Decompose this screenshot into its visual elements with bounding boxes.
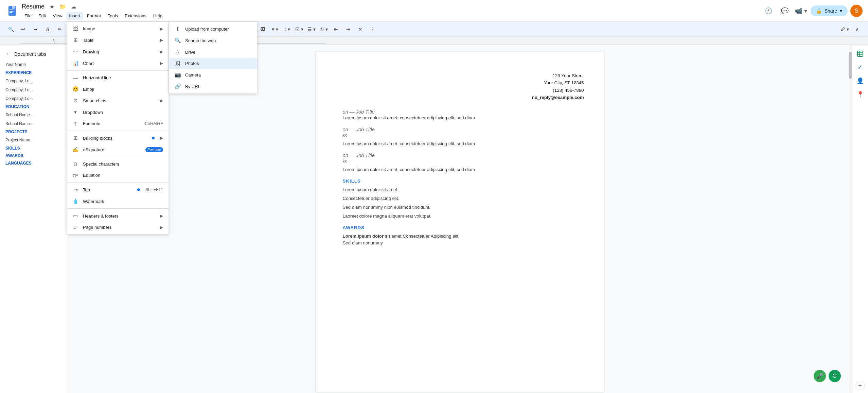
insert-building-blocks-item[interactable]: ⊞ Building blocks ▶ (67, 132, 169, 144)
insert-special-chars-item[interactable]: Ω Special characters (67, 158, 169, 170)
sidebar-item-school1[interactable]: School Name... (0, 110, 68, 119)
menu-sep-3 (67, 157, 169, 157)
clear-format-btn[interactable]: ✕ (355, 24, 366, 35)
comment-button[interactable]: 💬 (778, 4, 792, 18)
insert-equation-item[interactable]: π² Equation (67, 170, 169, 181)
sidebar-section-awards[interactable]: AWARDS (0, 152, 68, 159)
skill-1: Lorem ipsum dolor sit amet. (343, 186, 584, 193)
meet-button[interactable]: 📹 ▾ (794, 4, 808, 18)
indent-less-btn[interactable]: ⇤ (331, 24, 341, 35)
menu-tools[interactable]: Tools (105, 12, 121, 20)
table-menu-icon: ⊞ (72, 37, 79, 43)
hline-menu-label: Horizontal line (83, 75, 163, 80)
maps-panel-btn[interactable]: 📍 (854, 88, 866, 101)
sheets-panel-btn[interactable] (854, 48, 866, 60)
pen-btn[interactable]: 🖊 ▾ (839, 24, 850, 35)
scrollbar[interactable] (849, 45, 852, 393)
numbered-list-btn[interactable]: ① ▾ (318, 24, 329, 35)
insert-emoji-item[interactable]: 😊 Emoji (67, 83, 169, 95)
doc-area[interactable]: 123 Your Street Your City, ST 12345 (123… (68, 45, 852, 393)
insert-tab-item[interactable]: ⇥ Tab Shift+F11 (67, 184, 169, 195)
address-line4: no_reply@example.com (343, 94, 584, 101)
sidebar-section-projects[interactable]: PROJECTS (0, 128, 68, 136)
insert-watermark-item[interactable]: 💧 Watermark (67, 195, 169, 207)
insert-smartchips-item[interactable]: ⊙ Smart chips ▶ (67, 95, 169, 106)
sidebar-section-experience[interactable]: EXPERIENCE (0, 69, 68, 76)
sidebar-item-company2[interactable]: Company, Lo... (0, 85, 68, 94)
drive-button[interactable]: 📁 (58, 2, 68, 11)
job-title-2: on — Job Title (343, 127, 584, 132)
floating-btn-2[interactable]: G (829, 370, 841, 382)
redo-btn[interactable]: ↪ (30, 24, 41, 35)
menu-view[interactable]: View (50, 12, 65, 20)
menu-extensions[interactable]: Extensions (122, 12, 149, 20)
insert-dropdown-item[interactable]: ▾ Dropdown (67, 106, 169, 118)
doc-title[interactable]: Resume (22, 3, 45, 10)
line-spacing-btn[interactable]: ↕ ▾ (282, 24, 293, 35)
insert-hline-item[interactable]: — Horizontal line (67, 72, 169, 83)
sidebar-item-company3[interactable]: Company, Lo... (0, 94, 68, 103)
sidebar-section-languages[interactable]: LANGUAGES (0, 159, 68, 167)
menu-file[interactable]: File (22, 12, 34, 20)
insert-image-item[interactable]: 🖼 Image ▶ (67, 23, 169, 34)
smartchips-menu-icon: ⊙ (72, 98, 79, 104)
undo-btn[interactable]: ↩ (18, 24, 29, 35)
search-toolbar-btn[interactable]: 🔍 (5, 24, 16, 35)
floating-btn-1[interactable]: 🎤 (814, 370, 826, 382)
collapse-btn[interactable]: ∧ (852, 24, 863, 35)
image-menu-arrow: ▶ (160, 27, 163, 31)
contacts-panel-btn[interactable]: 👤 (854, 75, 866, 87)
menu-format[interactable]: Format (84, 12, 104, 20)
align-btn[interactable]: ≡ ▾ (269, 24, 280, 35)
photos-label: Photos (185, 61, 199, 66)
camera-item[interactable]: 📷 Camera (169, 69, 257, 81)
sidebar-section-education[interactable]: EDUCATION (0, 103, 68, 110)
menu-help[interactable]: Help (150, 12, 165, 20)
history-button[interactable]: 🕐 (762, 4, 775, 18)
tasks-panel-btn[interactable]: ✓ (854, 61, 866, 73)
sidebar-back-button[interactable]: ← (5, 50, 12, 57)
user-avatar[interactable]: S (850, 5, 863, 17)
scrollbar-thumb[interactable] (849, 52, 852, 79)
add-panel-btn[interactable]: + (855, 381, 865, 390)
doc-page: 123 Your Street Your City, ST 12345 (123… (316, 52, 604, 392)
tab-dot (137, 188, 140, 191)
star-button[interactable]: ★ (47, 2, 57, 11)
insert-esignature-item[interactable]: ✍ eSignature Premium (67, 144, 169, 155)
drive-item[interactable]: △ Drive (169, 46, 257, 58)
sidebar-item-your-name[interactable]: Your Name (0, 60, 68, 69)
indent-more-btn[interactable]: ⇥ (343, 24, 354, 35)
insert-drawing-item[interactable]: ✏ Drawing ▶ (67, 46, 169, 57)
tab-shortcut: Shift+F11 (145, 187, 163, 192)
building-blocks-menu-arrow: ▶ (160, 136, 163, 140)
insert-headers-footers-item[interactable]: ▭ Headers & footers ▶ (67, 210, 169, 222)
paint-format-btn[interactable]: ✏ (54, 24, 65, 35)
print-btn[interactable]: 🖨 (42, 24, 53, 35)
search-web-icon: 🔍 (174, 37, 181, 44)
search-web-item[interactable]: 🔍 Search the web (169, 35, 257, 46)
menu-sep-5 (67, 208, 169, 209)
insert-page-numbers-item[interactable]: # Page numbers ▶ (67, 222, 169, 233)
insert-footnote-item[interactable]: † Footnote Ctrl+Alt+F (67, 118, 169, 129)
sidebar-section-skills[interactable]: SKILLS (0, 144, 68, 152)
by-url-item[interactable]: 🔗 By URL (169, 81, 257, 92)
checklist-btn[interactable]: ☑ ▾ (294, 24, 305, 35)
sidebar-item-company1[interactable]: Company, Lo... (0, 76, 68, 85)
job-entry-1: on — Job Title Lorem ipsum dolor sit ame… (343, 109, 584, 121)
bullet-list-btn[interactable]: ☰ ▾ (306, 24, 317, 35)
photos-item[interactable]: 🖼 Photos (169, 58, 257, 69)
more-btn[interactable]: ⋮ (367, 24, 378, 35)
upload-computer-item[interactable]: ⬆ Upload from computer (169, 23, 257, 35)
headers-footers-menu-icon: ▭ (72, 213, 79, 219)
insert-table-item[interactable]: ⊞ Table ▶ (67, 34, 169, 46)
smartchips-menu-label: Smart chips (83, 98, 156, 103)
share-button[interactable]: 🔒 Share ▾ (811, 5, 848, 16)
drive-submenu-icon: △ (174, 49, 181, 55)
menu-edit[interactable]: Edit (36, 12, 49, 20)
sidebar-item-project1[interactable]: Project Name... (0, 136, 68, 144)
sidebar-item-school2[interactable]: School Name... (0, 119, 68, 128)
insert-image-btn[interactable]: 🖼 (257, 24, 268, 35)
menu-insert[interactable]: Insert (66, 12, 83, 20)
insert-chart-item[interactable]: 📊 Chart ▶ (67, 57, 169, 69)
cloud-button[interactable]: ☁ (69, 2, 78, 11)
